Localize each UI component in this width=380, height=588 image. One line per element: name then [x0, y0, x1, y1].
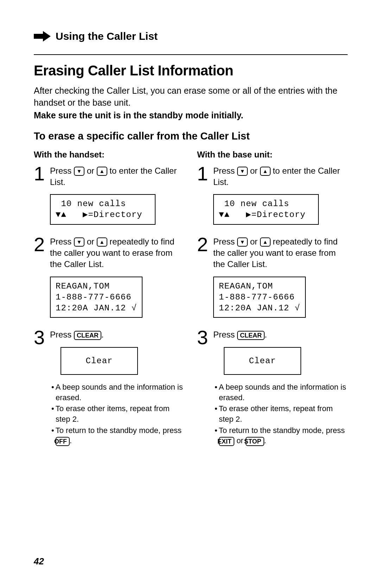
step-number: 3: [197, 328, 213, 447]
handset-step-2: 2 Press ▼ or ▲ repeatedly to find the ca…: [34, 235, 184, 323]
lcd-display: Clear: [61, 347, 138, 375]
exit-key-icon: EXIT: [219, 437, 234, 446]
lcd-display: 10 new calls ▼▲ ▶=Directory: [213, 194, 319, 224]
up-key-icon: ▲: [260, 167, 271, 176]
step-number: 2: [197, 235, 213, 323]
notes-list: A beep sounds and the information is era…: [213, 382, 348, 446]
handset-heading: With the handset:: [34, 150, 184, 160]
base-unit-column: With the base unit: 1 Press ▼ or ▲ to en…: [197, 150, 348, 452]
step-text: Press ▼ or ▲ to enter the Caller List.: [213, 165, 348, 188]
note-item: To erase other items, repeat from step 2…: [51, 403, 184, 424]
lcd-display: REAGAN,TOM 1-888-777-6666 12:20A JAN.12 …: [50, 277, 142, 318]
clear-key-icon: CLEAR: [74, 331, 101, 340]
base-step-3: 3 Press CLEAR. Clear A beep sounds and t…: [197, 328, 348, 447]
step-number: 1: [197, 164, 213, 230]
svg-marker-0: [34, 31, 51, 42]
lcd-display: REAGAN,TOM 1-888-777-6666 12:20A JAN.12 …: [213, 277, 306, 318]
up-key-icon: ▲: [97, 167, 107, 176]
note-item: A beep sounds and the information is era…: [51, 382, 184, 403]
lcd-display: Clear: [224, 347, 301, 375]
breadcrumb-text: Using the Caller List: [56, 30, 158, 42]
subheading: To erase a specific caller from the Call…: [34, 130, 348, 142]
up-key-icon: ▲: [260, 237, 271, 247]
step-text: Press CLEAR.: [213, 329, 348, 340]
breadcrumb: Using the Caller List: [34, 30, 348, 42]
step-text: Press ▼ or ▲ repeatedly to find the call…: [213, 236, 348, 270]
page-title: Erasing Caller List Information: [34, 63, 348, 79]
clear-key-icon: CLEAR: [237, 331, 265, 340]
step-text: Press CLEAR.: [50, 329, 184, 340]
down-key-icon: ▼: [237, 237, 248, 247]
down-key-icon: ▼: [74, 237, 84, 247]
step-text: Press ▼ or ▲ to enter the Caller List.: [50, 165, 184, 188]
handset-step-3: 3 Press CLEAR. Clear A beep sounds and t…: [34, 328, 184, 447]
divider: [34, 54, 348, 55]
base-step-1: 1 Press ▼ or ▲ to enter the Caller List.…: [197, 164, 348, 230]
bold-note: Make sure the unit is in the standby mod…: [34, 110, 348, 120]
handset-column: With the handset: 1 Press ▼ or ▲ to ente…: [34, 150, 184, 452]
note-item: To return to the standby mode, press OFF…: [51, 425, 184, 446]
down-key-icon: ▼: [74, 167, 84, 176]
step-text: Press ▼ or ▲ repeatedly to find the call…: [50, 236, 184, 270]
note-item: A beep sounds and the information is era…: [214, 382, 348, 403]
stop-key-icon: STOP: [246, 437, 264, 446]
note-item: To erase other items, repeat from step 2…: [214, 403, 348, 424]
note-item: To return to the standby mode, press EXI…: [214, 425, 348, 446]
handset-step-1: 1 Press ▼ or ▲ to enter the Caller List.…: [34, 164, 184, 230]
page-number: 42: [34, 556, 44, 567]
off-key-icon: OFF: [56, 437, 70, 446]
down-key-icon: ▼: [237, 167, 248, 176]
step-number: 2: [34, 235, 50, 323]
base-step-2: 2 Press ▼ or ▲ repeatedly to find the ca…: [197, 235, 348, 323]
step-number: 1: [34, 164, 50, 230]
up-key-icon: ▲: [97, 237, 107, 247]
notes-list: A beep sounds and the information is era…: [50, 382, 184, 446]
step-number: 3: [34, 328, 50, 447]
intro-text: After checking the Caller List, you can …: [34, 85, 348, 109]
lcd-display: 10 new calls ▼▲ ▶=Directory: [50, 194, 156, 224]
base-unit-heading: With the base unit:: [197, 150, 348, 160]
arrow-right-icon: [34, 31, 51, 42]
